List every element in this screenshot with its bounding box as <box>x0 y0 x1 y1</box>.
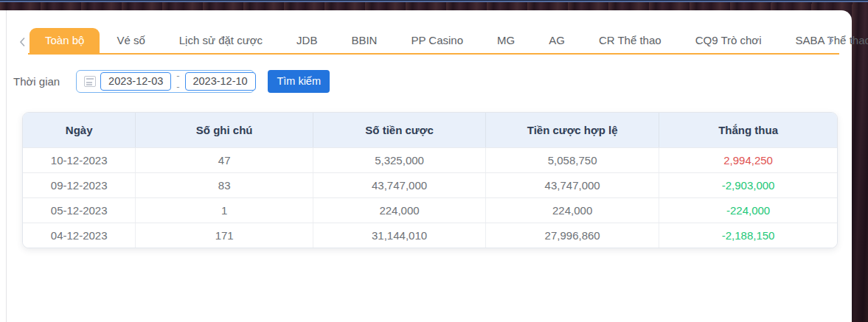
cell-bet: 5,325,000 <box>313 148 485 172</box>
panel-left-divider <box>6 10 7 322</box>
tab-saba-thể-thao[interactable]: SABA Thể thao <box>779 28 868 53</box>
tab-vé-số[interactable]: Vé số <box>100 28 162 53</box>
cell-date: 04-12-2023 <box>23 223 135 248</box>
cell-valid: 43,747,000 <box>485 173 659 197</box>
date-filter-row: Thời gian -- Tìm kiếm <box>0 69 852 93</box>
cell-valid: 27,996,860 <box>485 223 659 248</box>
chevron-right-icon <box>827 35 834 46</box>
chevron-left-icon <box>19 37 26 47</box>
content-panel: Toàn bộVé sốLịch sử đặt cượcJDBBBINPP Ca… <box>0 10 852 322</box>
cell-date: 09-12-2023 <box>23 173 135 197</box>
column-header: Số ghi chú <box>135 113 313 147</box>
tabs-scroll-left-button[interactable] <box>16 29 28 55</box>
cell-date: 05-12-2023 <box>23 198 135 223</box>
cell-notes: 171 <box>135 223 313 248</box>
tab-jdb[interactable]: JDB <box>280 28 334 53</box>
cell-valid: 5,058,750 <box>485 148 659 172</box>
cell-valid: 224,000 <box>485 198 659 223</box>
column-header: Số tiền cược <box>313 113 485 147</box>
tab-list: Toàn bộVé sốLịch sử đặt cượcJDBBBINPP Ca… <box>28 28 839 55</box>
cell-win-loss: -224,000 <box>659 198 837 223</box>
tabs-scroll-right-button[interactable] <box>824 28 836 53</box>
tab-lịch-sử-đặt-cược[interactable]: Lịch sử đặt cược <box>162 28 280 53</box>
cell-bet: 224,000 <box>313 198 485 223</box>
cell-win-loss: 2,994,250 <box>659 148 837 172</box>
date-from-input[interactable] <box>100 72 171 91</box>
cell-win-loss: -2,903,000 <box>659 173 837 197</box>
tab-pp-casino[interactable]: PP Casino <box>394 28 480 53</box>
table-row: 10-12-2023475,325,0005,058,7502,994,250 <box>23 147 837 172</box>
tab-mg[interactable]: MG <box>480 28 532 53</box>
table-header-row: NgàySố ghi chúSố tiền cượcTiền cược hợp … <box>23 113 837 147</box>
tab-toàn-bộ[interactable]: Toàn bộ <box>29 28 100 53</box>
date-range-picker[interactable]: -- <box>76 70 254 93</box>
column-header: Tiền cược hợp lệ <box>485 113 659 147</box>
calendar-icon <box>84 76 96 87</box>
date-to-input[interactable] <box>185 72 256 91</box>
top-accent-bar <box>0 0 868 2</box>
tab-ag[interactable]: AG <box>532 28 582 53</box>
time-filter-label: Thời gian <box>13 75 60 88</box>
table-row: 04-12-202317131,144,01027,996,860-2,188,… <box>23 223 837 248</box>
cell-win-loss: -2,188,150 <box>659 223 837 248</box>
column-header: Thắng thua <box>659 113 837 147</box>
table-body: 10-12-2023475,325,0005,058,7502,994,2500… <box>23 147 837 248</box>
cell-bet: 43,747,000 <box>313 173 485 197</box>
table-row: 05-12-20231224,000224,000-224,000 <box>23 197 837 223</box>
cell-notes: 83 <box>135 173 313 197</box>
tab-cq9-trò-chơi[interactable]: CQ9 Trò chơi <box>678 28 779 53</box>
date-range-separator: -- <box>176 70 179 92</box>
cell-bet: 31,144,010 <box>313 223 485 248</box>
cell-notes: 1 <box>135 198 313 223</box>
column-header: Ngày <box>23 113 135 147</box>
bet-history-table: NgàySố ghi chúSố tiền cượcTiền cược hợp … <box>22 112 838 248</box>
provider-tab-bar: Toàn bộVé sốLịch sử đặt cượcJDBBBINPP Ca… <box>0 28 852 55</box>
tab-cr-thể-thao[interactable]: CR Thể thao <box>582 28 678 53</box>
search-button[interactable]: Tìm kiếm <box>268 70 330 93</box>
cell-notes: 47 <box>135 148 313 172</box>
cell-date: 10-12-2023 <box>23 148 135 172</box>
table-row: 09-12-20238343,747,00043,747,000-2,903,0… <box>23 172 837 197</box>
tab-bbin[interactable]: BBIN <box>334 28 394 53</box>
